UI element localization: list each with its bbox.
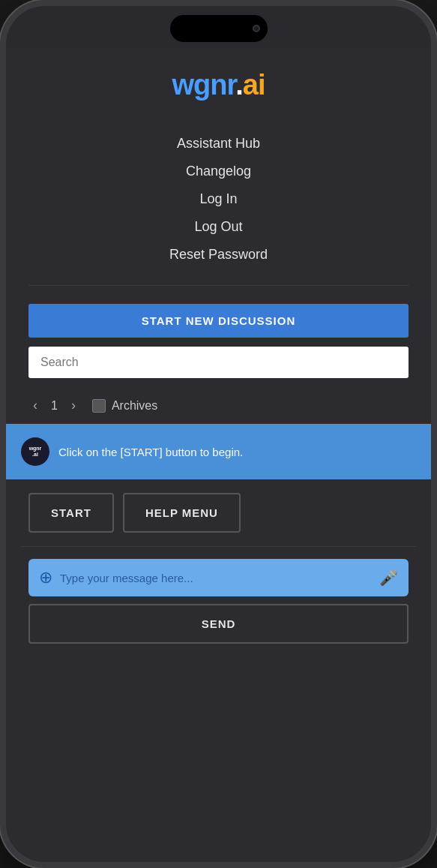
nav-item-changelog[interactable]: Changelog [171,159,266,184]
archives-checkbox[interactable] [92,399,106,413]
actions-area: START NEW DISCUSSION [6,286,431,390]
logo-wgnr: wgnr [172,69,236,101]
notch-area [6,6,431,48]
nav-item-reset-password[interactable]: Reset Password [154,242,283,267]
bottom-spacer [6,656,431,862]
message-input-wrapper: ⊕ 🎤 [28,559,409,596]
chat-message-area: wgnr.ai Click on the [START] button to b… [6,424,431,479]
mic-icon[interactable]: 🎤 [379,569,398,587]
nav-item-log-in[interactable]: Log In [184,187,252,212]
message-input-area: ⊕ 🎤 SEND [6,547,431,656]
start-discussion-button[interactable]: START NEW DISCUSSION [28,304,409,338]
help-menu-button[interactable]: HELP MENU [123,493,241,533]
chat-message-text: Click on the [START] button to begin. [58,444,243,460]
logo-ai: ai [243,69,265,101]
attach-icon: ⊕ [39,568,52,587]
nav-item-log-out[interactable]: Log Out [179,215,257,239]
camera-dot [253,25,260,32]
archives-label: Archives [112,399,157,413]
search-input[interactable] [28,347,409,378]
archives-checkbox-group: Archives [92,399,157,413]
next-page-button[interactable]: › [67,396,80,415]
dynamic-island [170,15,268,42]
phone-shell: wgnr.ai Assistant Hub Changelog Log In L… [0,0,437,868]
pagination-row: ‹ 1 › Archives [6,390,431,424]
message-input[interactable] [60,572,372,584]
logo-dot: . [235,69,243,101]
page-number: 1 [51,399,58,413]
avatar-text: wgnr.ai [29,446,42,458]
screen: wgnr.ai Assistant Hub Changelog Log In L… [6,48,431,862]
bot-avatar: wgnr.ai [21,437,49,466]
nav-item-assistant-hub[interactable]: Assistant Hub [162,131,275,156]
logo-area: wgnr.ai [6,48,431,116]
nav-menu: Assistant Hub Changelog Log In Log Out R… [6,116,431,285]
send-button[interactable]: SEND [28,604,409,644]
start-button[interactable]: START [28,493,114,533]
action-buttons-row: START HELP MENU [6,479,431,546]
app-logo: wgnr.ai [172,69,265,101]
prev-page-button[interactable]: ‹ [28,396,42,415]
